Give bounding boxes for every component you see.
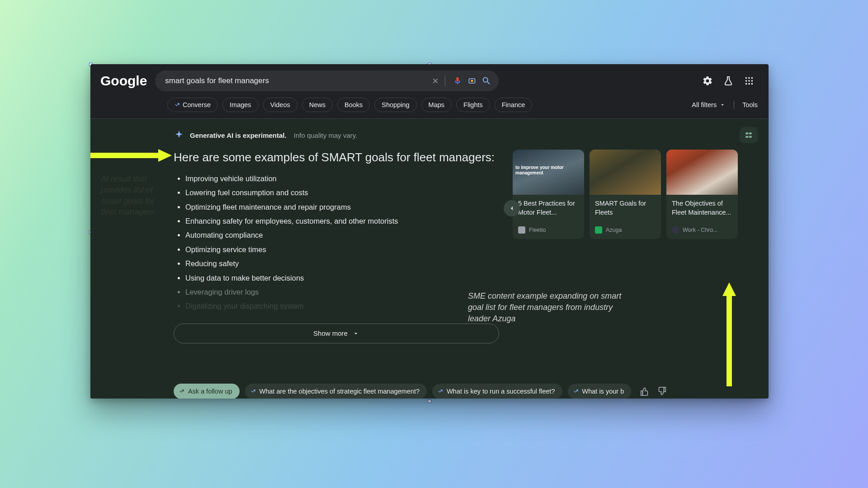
ai-bullet: Automating compliance (185, 228, 499, 242)
source-card[interactable]: The Objectives of Fleet Maintenance... W… (666, 150, 738, 239)
followup-arrow-icon: ↵ (436, 387, 445, 396)
all-filters-label: All filters (692, 101, 717, 108)
all-filters-button[interactable]: All filters (692, 101, 726, 108)
svg-rect-11 (745, 132, 748, 134)
followup-suggestion[interactable]: ↵ What is your b (568, 384, 632, 399)
chip-label: Finance (502, 101, 525, 108)
feedback-buttons (639, 386, 667, 397)
ai-bullet: Reducing safety (185, 257, 499, 271)
favicon-icon (595, 226, 602, 234)
svg-marker-16 (158, 149, 172, 162)
svg-point-8 (745, 83, 747, 85)
card-thumbnail (590, 150, 661, 195)
ai-disclaimer-sub: Info quality may vary. (294, 131, 358, 139)
top-bar: Google (90, 64, 769, 94)
chip-label: Shopping (382, 101, 409, 108)
chip-shopping[interactable]: Shopping (374, 98, 416, 112)
svg-rect-18 (726, 295, 732, 386)
annotation-arrow-horizontal (90, 148, 172, 162)
lens-search-icon[interactable] (466, 75, 478, 87)
ai-answer-heading: Here are some examples of SMART goals fo… (174, 150, 499, 165)
svg-rect-14 (749, 136, 752, 138)
svg-marker-17 (722, 282, 736, 296)
svg-point-1 (471, 80, 473, 82)
favicon-icon (518, 226, 525, 234)
search-icon[interactable] (481, 75, 492, 87)
google-logo[interactable]: Google (100, 73, 147, 89)
card-title: 5 Best Practices for Motor Fleet... (518, 199, 579, 226)
generative-ai-panel: Generative AI is experimental. Info qual… (90, 119, 769, 399)
clear-icon[interactable] (429, 75, 441, 87)
sparkle-icon (174, 130, 184, 141)
svg-point-4 (751, 77, 753, 79)
chip-converse[interactable]: ↵Converse (167, 98, 218, 112)
chip-videos[interactable]: Videos (263, 98, 297, 112)
ai-bullet: Improving vehicle utilization (185, 172, 499, 186)
ai-answer-list: Improving vehicle utilization Lowering f… (174, 172, 499, 313)
show-more-label: Show more (313, 329, 348, 337)
thumbs-down-icon[interactable] (656, 386, 667, 397)
ai-bullet: Using data to make better decisions (185, 271, 499, 285)
favicon-icon (672, 226, 679, 234)
ai-bullet: Optimizing service times (185, 243, 499, 257)
ai-body: Here are some examples of SMART goals fo… (101, 150, 758, 343)
ask-followup-button[interactable]: ↵ Ask a follow up (174, 384, 240, 399)
labs-icon[interactable] (722, 75, 734, 87)
chip-news[interactable]: News (302, 98, 333, 112)
search-box[interactable] (155, 70, 499, 91)
card-title: SMART Goals for Fleets (595, 199, 656, 226)
chip-finance[interactable]: Finance (495, 98, 533, 112)
followup-arrow-icon: ↵ (177, 387, 186, 396)
search-tabs-row: ↵Converse Images Videos News Books Shopp… (90, 94, 769, 119)
carousel-prev-button[interactable] (504, 200, 520, 216)
followup-label: What is your b (582, 388, 624, 395)
separator (445, 75, 445, 86)
chips-right: All filters Tools (692, 101, 758, 109)
svg-point-3 (748, 77, 750, 79)
ai-answer-column: Here are some examples of SMART goals fo… (174, 150, 499, 343)
chip-label: Maps (429, 101, 444, 108)
top-right-controls (702, 75, 758, 87)
followup-suggestion[interactable]: ↵ What is key to run a successful fleet? (432, 384, 562, 399)
annotation-arrow-vertical (722, 282, 736, 386)
source-card[interactable]: SMART Goals for Fleets Azuga (590, 150, 661, 239)
followup-arrow-icon: ↵ (249, 387, 258, 396)
card-thumbnail (666, 150, 738, 195)
svg-point-9 (748, 83, 750, 85)
selection-handle (428, 399, 431, 403)
svg-point-7 (751, 80, 753, 82)
followup-suggestion[interactable]: ↵ What are the objectives of strategic f… (245, 384, 427, 399)
converse-arrow-icon: ↵ (173, 100, 182, 109)
thumbs-up-icon[interactable] (639, 386, 650, 397)
svg-point-5 (745, 80, 747, 82)
followup-label: What are the objectives of strategic fle… (259, 388, 420, 395)
svg-rect-13 (745, 136, 748, 138)
card-title: The Objectives of Fleet Maintenance... (672, 199, 732, 226)
ai-bullet: Enhancing safety for employees, customer… (185, 214, 499, 228)
chip-label: Books (344, 101, 363, 108)
chip-label: Flights (463, 101, 483, 108)
ai-bullet: Lowering fuel consumption and costs (185, 186, 499, 200)
followup-label: What is key to run a successful fleet? (447, 388, 555, 395)
card-source: Azuga (606, 227, 622, 233)
chip-label: Images (230, 101, 251, 108)
followup-row: ↵ Ask a follow up ↵ What are the objecti… (101, 384, 758, 399)
settings-icon[interactable] (702, 75, 713, 87)
ai-bullet: Optimizing fleet maintenance and repair … (185, 200, 499, 214)
chip-books[interactable]: Books (337, 98, 370, 112)
source-card[interactable]: 5 Best Practices for Motor Fleet... Flee… (513, 150, 584, 239)
apps-grid-icon[interactable] (743, 75, 755, 87)
show-more-button[interactable]: Show more (174, 324, 499, 343)
chip-maps[interactable]: Maps (421, 98, 452, 112)
card-source: Fleetio (529, 227, 546, 233)
expand-collapse-button[interactable] (740, 127, 758, 143)
tools-button[interactable]: Tools (742, 101, 758, 108)
chip-flights[interactable]: Flights (456, 98, 490, 112)
ai-disclaimer-row: Generative AI is experimental. Info qual… (101, 125, 758, 150)
svg-rect-12 (749, 132, 752, 134)
voice-search-icon[interactable] (452, 75, 463, 87)
chip-images[interactable]: Images (222, 98, 259, 112)
followup-label: Ask a follow up (188, 388, 232, 395)
svg-point-10 (751, 83, 753, 85)
search-input[interactable] (165, 76, 427, 85)
